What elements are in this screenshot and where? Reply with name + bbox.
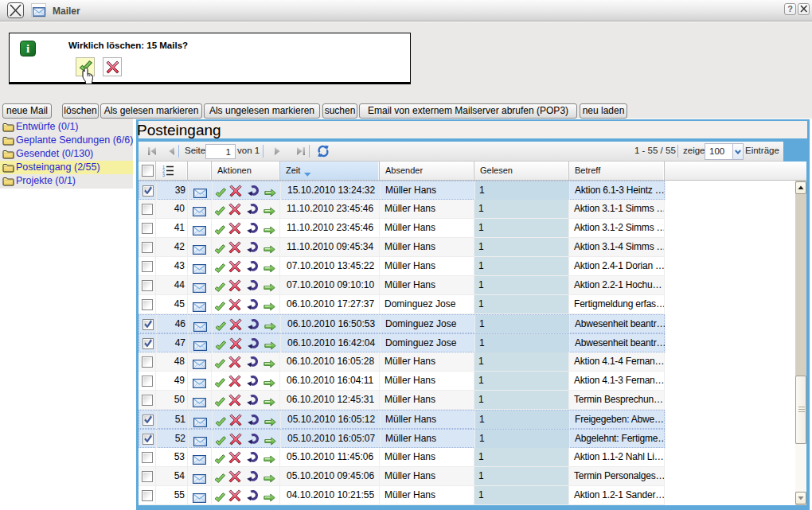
svg-text:3: 3 [162, 173, 165, 177]
